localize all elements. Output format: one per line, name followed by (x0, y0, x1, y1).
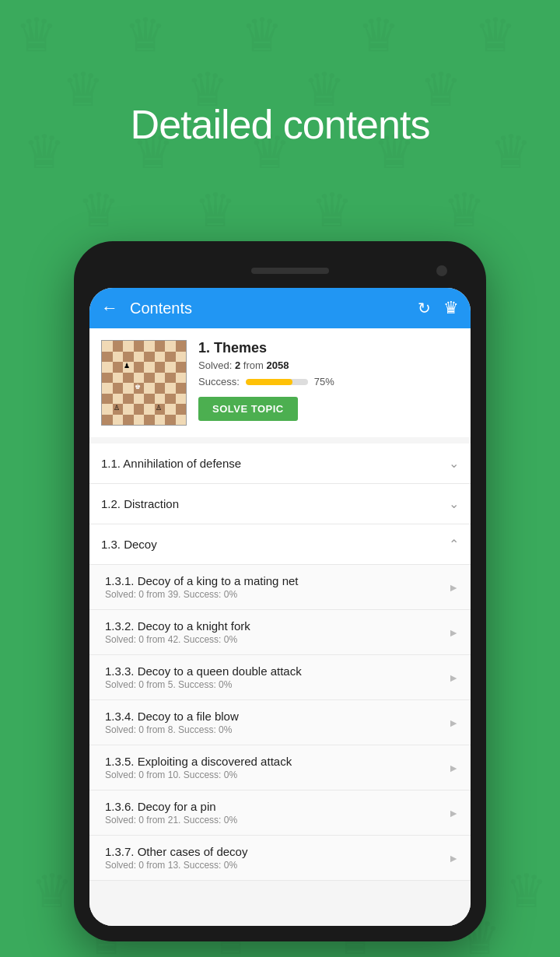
page-title: Detailed contents (0, 101, 560, 148)
section-1-3-4[interactable]: 1.3.4. Decoy to a file blow Solved: 0 fr… (89, 700, 471, 745)
phone-speaker (251, 268, 329, 274)
section-1-3-6[interactable]: 1.3.6. Decoy for a pin Solved: 0 from 21… (89, 790, 471, 836)
crown-icon: ♛ (78, 183, 120, 237)
crown-icon: ♛ (124, 8, 166, 62)
crown-icon: ♛ (506, 864, 548, 918)
section-1-3-4-label: 1.3.4. Decoy to a file blow (105, 710, 239, 723)
topic-success-row: Success: 75% (198, 376, 459, 387)
top-bar-icons: ↻ ♛ (418, 298, 459, 318)
section-1-3-6-label: 1.3.6. Decoy for a pin (105, 800, 237, 813)
section-1-3-5[interactable]: 1.3.5. Exploiting a discovered attack So… (89, 745, 471, 790)
top-bar-title: Contents (130, 300, 418, 317)
refresh-icon[interactable]: ↻ (418, 299, 431, 317)
chevron-right-icon: ► (448, 852, 459, 864)
top-bar: ← Contents ↻ ♛ (89, 288, 471, 328)
progress-bar-fill (246, 379, 292, 385)
topic-card: ♟ ♚ ♙♙ 1. Themes Solved: 2 from 2058 (89, 328, 471, 437)
section-1-3-6-sublabel: Solved: 0 from 21. Success: 0% (105, 815, 237, 826)
section-1-3-1-sublabel: Solved: 0 from 39. Success: 0% (105, 589, 298, 600)
chevron-right-icon: ► (448, 762, 459, 774)
section-1-1[interactable]: 1.1. Annihilation of defense ⌄ (89, 443, 471, 484)
section-1-3-label: 1.3. Decoy (101, 538, 449, 551)
crown-icon: ♛ (16, 8, 58, 62)
section-1-1-label: 1.1. Annihilation of defense (101, 457, 449, 470)
crown-icon: ♛ (474, 8, 516, 62)
content-area: ♟ ♚ ♙♙ 1. Themes Solved: 2 from 2058 (89, 328, 471, 926)
section-1-3-2-label: 1.3.2. Decoy to a knight fork (105, 619, 250, 633)
topic-solved-text: Solved: 2 from 2058 (198, 359, 459, 371)
chevron-up-icon: ⌃ (449, 537, 459, 552)
phone-camera (436, 265, 447, 276)
section-1-3[interactable]: 1.3. Decoy ⌃ (89, 524, 471, 565)
phone-screen: ← Contents ↻ ♛ ♟ ♚ ♙♙ (89, 288, 471, 926)
section-1-3-1-label: 1.3.1. Decoy of a king to a mating net (105, 574, 298, 587)
section-1-2-label: 1.2. Distraction (101, 497, 449, 510)
crown-icon: ♛ (311, 183, 353, 237)
crown-icon: ♛ (241, 8, 283, 62)
section-1-3-5-label: 1.3.5. Exploiting a discovered attack (105, 755, 292, 768)
section-1-3-7-sublabel: Solved: 0 from 13. Success: 0% (105, 860, 247, 871)
crown-icon: ♛ (443, 183, 485, 237)
chess-board-thumbnail: ♟ ♚ ♙♙ (101, 340, 187, 426)
section-1-3-3[interactable]: 1.3.3. Decoy to a queen double attack So… (89, 655, 471, 700)
progress-bar-track (246, 379, 308, 385)
solve-topic-button[interactable]: SOLVE TOPIC (198, 397, 298, 421)
section-1-3-7[interactable]: 1.3.7. Other cases of decoy Solved: 0 fr… (89, 836, 471, 881)
section-1-3-5-sublabel: Solved: 0 from 10. Success: 0% (105, 769, 292, 780)
chevron-right-icon: ► (448, 626, 459, 639)
butterfly-icon[interactable]: ♛ (443, 298, 459, 318)
section-1-3-4-sublabel: Solved: 0 from 8. Success: 0% (105, 724, 239, 735)
crown-icon: ♛ (194, 183, 236, 237)
topic-title: 1. Themes (198, 340, 459, 356)
crown-icon: ♛ (31, 864, 73, 918)
chevron-right-icon: ► (448, 717, 459, 729)
back-button[interactable]: ← (101, 298, 118, 318)
chevron-right-icon: ► (448, 671, 459, 684)
section-1-3-3-label: 1.3.3. Decoy to a queen double attack (105, 664, 302, 678)
section-1-3-2-sublabel: Solved: 0 from 42. Success: 0% (105, 634, 250, 645)
phone-frame: ← Contents ↻ ♛ ♟ ♚ ♙♙ (74, 241, 486, 941)
chevron-right-icon: ► (448, 807, 459, 819)
section-1-2[interactable]: 1.2. Distraction ⌄ (89, 484, 471, 524)
chevron-down-icon: ⌄ (449, 496, 459, 511)
progress-percent: 75% (314, 376, 334, 387)
chevron-down-icon: ⌄ (449, 456, 459, 471)
section-1-3-3-sublabel: Solved: 0 from 5. Success: 0% (105, 679, 302, 690)
chevron-right-icon: ► (448, 581, 459, 594)
section-1-3-1[interactable]: 1.3.1. Decoy of a king to a mating net S… (89, 565, 471, 610)
topic-info: 1. Themes Solved: 2 from 2058 Success: 7… (198, 340, 459, 421)
section-1-3-7-label: 1.3.7. Other cases of decoy (105, 845, 247, 858)
section-1-3-2[interactable]: 1.3.2. Decoy to a knight fork Solved: 0 … (89, 610, 471, 655)
phone-notch (89, 257, 471, 288)
crown-icon: ♛ (358, 8, 400, 62)
